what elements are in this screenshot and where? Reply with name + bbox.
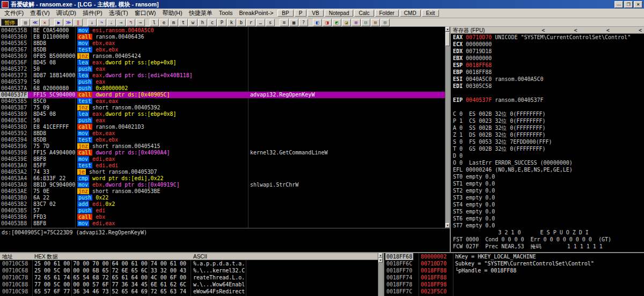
- stack-row[interactable]: 0018FF740018FF88: [384, 274, 644, 281]
- disasm-row[interactable]: 0040538C50push eax: [0, 117, 445, 124]
- register-row[interactable]: EAX 00710D70 UNICODE "SYSTEM\CurrentCont…: [451, 34, 644, 41]
- menu-button-notepad[interactable]: Notepad: [325, 10, 354, 17]
- disasm-row[interactable]: 0040537FFF15 5C904000call dword ptr ds:[…: [0, 92, 445, 98]
- references-button[interactable]: r: [246, 19, 255, 26]
- plugin-icon-3[interactable]: ◩: [332, 19, 341, 26]
- register-row[interactable]: ST7 empty 0.0: [451, 222, 644, 229]
- memory-map-button[interactable]: m: [169, 19, 178, 26]
- trace-over-icon[interactable]: ⇥: [116, 19, 126, 26]
- disasm-row[interactable]: 00405360E8 D1100000call ransom.00406436: [0, 34, 445, 40]
- windows-button[interactable]: w: [188, 19, 197, 26]
- plugin-icon-1[interactable]: ◧: [313, 19, 322, 26]
- disasm-row[interactable]: 004053898D45 08lea eax,dword ptr ss:[ebp…: [0, 111, 445, 117]
- menu-item[interactable]: 插件(P): [79, 9, 106, 17]
- register-row[interactable]: A 0 SS 002B 32位 0(FFFFFFFF): [451, 124, 644, 131]
- cpu-button[interactable]: c: [208, 19, 217, 26]
- dump-row[interactable]: 00710C5825 00 61 00 70 00 70 00 64 00 61…: [0, 260, 383, 267]
- menu-item[interactable]: 快捷菜单: [186, 9, 216, 17]
- patches-button[interactable]: P: [217, 19, 226, 26]
- breakpoints-button[interactable]: b: [237, 19, 246, 26]
- register-row[interactable]: [451, 90, 644, 97]
- disasm-row[interactable]: 004053B283C7 02add edi,0x2: [0, 201, 445, 208]
- register-row[interactable]: [451, 103, 644, 110]
- register-row[interactable]: ESI 0040A5C0 ransom.0040A5C0: [451, 76, 644, 83]
- register-row[interactable]: EBP 0018FF88: [451, 69, 644, 76]
- disasm-row[interactable]: 004053A466:833F 22cmp word ptr ds:[edi],…: [0, 175, 445, 182]
- call-stack-button[interactable]: k: [227, 19, 236, 26]
- plugin-icon-2[interactable]: ◨: [323, 19, 332, 26]
- source-button[interactable]: s: [266, 19, 275, 26]
- register-row[interactable]: C 0 ES 002B 32位 0(FFFFFFFF): [451, 110, 644, 117]
- menu-item[interactable]: 调试(D): [53, 9, 79, 17]
- disasm-row[interactable]: 0040537250push eax: [0, 66, 445, 72]
- disasm-row[interactable]: 0040539485DBtest ebx,ebx: [0, 137, 445, 143]
- dump-row[interactable]: 00710C8877 00 5C 00 00 00 57 6F 77 36 34…: [0, 281, 383, 288]
- disasm-row[interactable]: 004053928BD8mov ebx,eax: [0, 130, 445, 137]
- stack-row[interactable]: 0018FF780018FF98: [384, 281, 644, 288]
- menu-button-calc[interactable]: Calc: [354, 10, 374, 17]
- step-over-icon[interactable]: ↷: [97, 19, 106, 26]
- log-window-button[interactable]: l: [150, 19, 159, 26]
- handles-button[interactable]: h: [198, 19, 207, 26]
- disasm-row[interactable]: 0040538DE8 41CEFFFFcall ransom.004021D3: [0, 124, 445, 130]
- disasm-row[interactable]: 0040535BBE C0A54000mov esi,ransom.0040A5…: [0, 27, 445, 34]
- register-row[interactable]: S 0 FS 0053 32位 7EFDD000(FFF): [451, 138, 644, 145]
- step-into-icon[interactable]: ↓: [87, 19, 97, 26]
- menu-item[interactable]: BreakPoint->: [236, 9, 276, 17]
- menu-button-bp[interactable]: BP: [277, 10, 293, 17]
- plugin-icon-5[interactable]: ⊞: [352, 19, 361, 26]
- menu-item[interactable]: 查看(V): [27, 9, 53, 17]
- menu-item[interactable]: 窗口(W): [131, 9, 159, 17]
- animate-icon[interactable]: ≫: [64, 19, 73, 26]
- disasm-row[interactable]: 004053B557push edi: [0, 208, 445, 214]
- hexdump-scrollbar[interactable]: ▲ ▼: [378, 253, 383, 296]
- disasm-row[interactable]: 0040538775 09jnz short ransom.00405392: [0, 105, 445, 111]
- menu-button-p[interactable]: P: [295, 10, 307, 17]
- disasm-row[interactable]: 0040538585C0test eax,eax: [0, 98, 445, 105]
- register-row[interactable]: ST5 empty 0.0: [451, 208, 644, 215]
- options-icon[interactable]: ≡: [280, 19, 289, 26]
- register-row[interactable]: EDI 00305C58: [451, 83, 644, 90]
- execute-till-return-icon[interactable]: ↰: [126, 19, 135, 26]
- disasm-row[interactable]: 004053B88BF8mov edi,eax: [0, 220, 445, 227]
- menu-button-vb[interactable]: VB: [308, 10, 323, 17]
- register-row[interactable]: ESP 0018FF68: [451, 62, 644, 69]
- scroll-up-icon[interactable]: ▲: [378, 253, 383, 258]
- register-row[interactable]: EIP 0040537F ransom.0040537F: [451, 97, 644, 103]
- registers-header[interactable]: 寄存器 (FPU) < < < <: [451, 27, 644, 34]
- register-row[interactable]: EDX 00719D18: [451, 48, 644, 55]
- maximize-button[interactable]: ❐: [624, 1, 633, 8]
- register-row[interactable]: ST0 empty 0.0: [451, 173, 644, 180]
- minimize-button[interactable]: —: [614, 1, 623, 8]
- register-row[interactable]: ST4 empty 0.0: [451, 201, 644, 208]
- dump-row[interactable]: 00710C7872 65 61 74 65 54 68 72 65 61 64…: [0, 274, 383, 281]
- disasm-row[interactable]: 0040537950push eax: [0, 79, 445, 85]
- registers-mode-arrows[interactable]: < < < <: [541, 27, 642, 33]
- register-row[interactable]: Z 1 DS 002B 32位 0(FFFFFFFF): [451, 131, 644, 138]
- disasm-row[interactable]: 004053658BD8mov ebx,eax: [0, 40, 445, 47]
- menu-item[interactable]: 选项(T): [106, 9, 131, 17]
- disasm-row[interactable]: 0040539E8BF8mov edi,eax: [0, 156, 445, 162]
- register-row[interactable]: O 0 LastErr ERROR_SUCCESS (00000000): [451, 159, 644, 166]
- disasm-row[interactable]: 004053A88B1D 9C904000mov ebx,dword ptr d…: [0, 182, 445, 188]
- register-row[interactable]: ST2 empty 0.0: [451, 187, 644, 194]
- register-row[interactable]: FST 0000 Cond 0 0 0 0 Err 0 0 0 0 0 0 0 …: [451, 236, 644, 243]
- register-row[interactable]: EFL 00000246 (NO,NB,E,BE,NS,PE,GE,LE): [451, 166, 644, 173]
- menu-button-exit[interactable]: Exit: [422, 10, 440, 17]
- open-file-icon[interactable]: ▨: [21, 19, 30, 26]
- register-row[interactable]: ST1 empty 0.0: [451, 180, 644, 187]
- restart-icon[interactable]: ≪: [31, 19, 40, 26]
- stack-row[interactable]: 0018FF7C0023F5C0: [384, 288, 644, 295]
- menu-button-folder[interactable]: Folder: [375, 10, 399, 17]
- dump-row[interactable]: 00710C9865 57 6F 77 36 34 46 73 52 65 64…: [0, 288, 383, 295]
- register-row[interactable]: P 1 CS 0023 32位 0(FFFFFFFF): [451, 117, 644, 124]
- register-row[interactable]: FCW 027F Prec NEAR,53 掩码 1 1 1 1 1 1: [451, 243, 644, 250]
- menu-item[interactable]: 文件(F): [1, 9, 27, 17]
- scroll-up-icon[interactable]: ▲: [445, 27, 450, 32]
- disasm-row[interactable]: 0040537A68 02000080push 0x80000002: [0, 85, 445, 92]
- register-row[interactable]: EBX 00000000: [451, 55, 644, 62]
- disasm-row[interactable]: 004053B06A 22push 0x22: [0, 195, 445, 201]
- disasm-row[interactable]: 004053B6FFD3call ebx: [0, 214, 445, 220]
- help-icon[interactable]: ?: [299, 19, 308, 26]
- disasm-row[interactable]: 004053738D87 18B14000lea eax,dword ptr d…: [0, 72, 445, 79]
